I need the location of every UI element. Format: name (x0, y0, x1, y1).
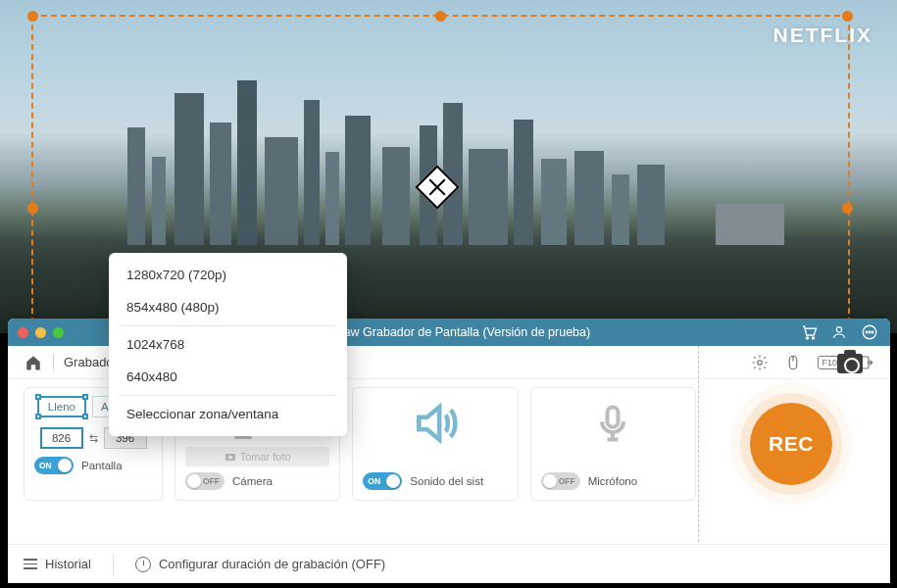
resolution-option[interactable]: 1024x768 (109, 328, 347, 361)
clock-icon (135, 557, 151, 572)
microphone-toggle[interactable]: OFF (541, 472, 580, 490)
history-label: Historial (45, 557, 91, 571)
resolution-option[interactable]: 640x480 (109, 361, 347, 393)
system-sound-label: Sonido del sist (410, 475, 483, 487)
netflix-watermark: NETFLIX (773, 24, 873, 47)
svg-rect-15 (608, 408, 619, 427)
home-icon[interactable] (24, 354, 43, 371)
footer: Historial Configurar duración de grabaci… (8, 544, 890, 583)
skyline-illustration (0, 78, 897, 245)
take-photo-button[interactable]: Tomar foto (185, 447, 329, 466)
cart-icon[interactable] (800, 323, 818, 341)
vertical-separator (698, 346, 699, 542)
system-sound-panel: ON Sonido del sist (352, 387, 518, 501)
window-minimize-button[interactable] (35, 327, 46, 338)
microphone-label: Micrófono (588, 475, 638, 487)
full-size-label: Lleno (48, 401, 75, 413)
take-photo-label: Tomar foto (240, 451, 291, 463)
chat-icon[interactable] (861, 323, 878, 341)
resolution-option[interactable]: 854x480 (480p) (109, 291, 347, 323)
camera-toggle[interactable]: OFF (185, 472, 224, 490)
resolution-option[interactable]: 1280x720 (720p) (109, 259, 347, 291)
window-close-button[interactable] (18, 327, 28, 338)
record-button[interactable]: REC (750, 403, 832, 485)
svg-point-0 (806, 337, 808, 339)
camera-toggle-label: Cámera (232, 475, 273, 487)
svg-point-2 (836, 327, 841, 332)
screenshot-button[interactable] (837, 354, 863, 373)
svg-point-6 (872, 331, 873, 333)
screen-toggle[interactable]: ON (34, 457, 74, 474)
history-button[interactable]: Historial (24, 557, 91, 571)
resolution-dropdown-menu: 1280x720 (720p) 854x480 (480p) 1024x768 … (109, 253, 347, 436)
duration-config-button[interactable]: Configurar duración de grabación (OFF) (135, 557, 385, 572)
system-sound-toggle[interactable]: ON (363, 472, 402, 490)
microphone-icon (591, 402, 634, 445)
svg-point-7 (758, 360, 763, 365)
svg-point-1 (812, 337, 814, 339)
svg-point-14 (228, 456, 232, 460)
screen-toggle-label: Pantalla (81, 460, 123, 471)
microphone-panel: OFF Micrófono (530, 387, 696, 501)
window-zoom-button[interactable] (53, 327, 64, 338)
list-icon (24, 559, 37, 569)
user-icon[interactable] (831, 324, 847, 340)
full-size-button[interactable]: Lleno (37, 396, 86, 417)
duration-label: Configurar duración de grabación (OFF) (159, 557, 385, 571)
svg-point-5 (869, 331, 871, 333)
width-input[interactable] (40, 427, 83, 449)
settings-gear-icon[interactable] (751, 354, 769, 371)
svg-point-4 (866, 331, 868, 333)
link-dimensions-icon[interactable]: ⇆ (89, 432, 98, 445)
resolution-option-select-area[interactable]: Seleccionar zona/ventana (109, 398, 347, 430)
speaker-icon (411, 399, 460, 448)
mouse-icon[interactable] (784, 354, 802, 371)
